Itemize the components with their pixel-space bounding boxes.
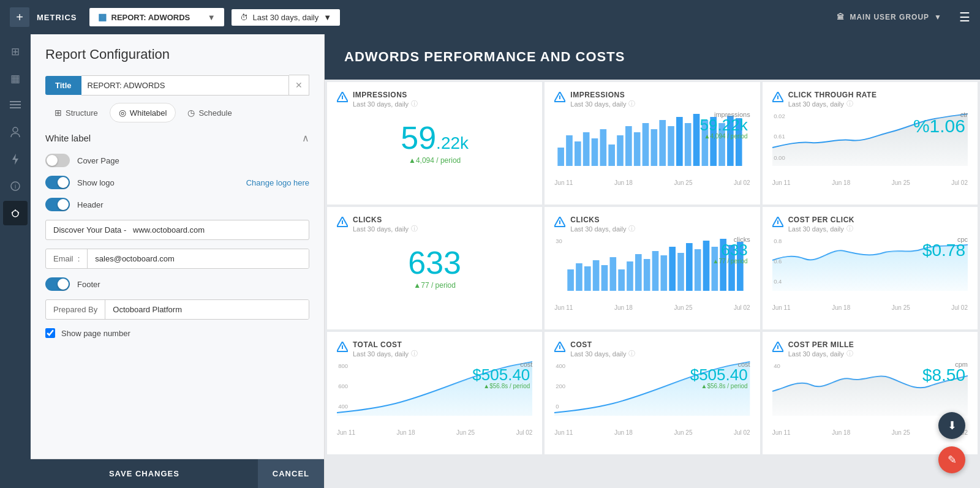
section-title: White label — [45, 133, 91, 143]
info-icon: ⓘ — [411, 224, 418, 233]
widget-impressions-bar: IMPRESSIONS Last 30 days, daily ⓘ impres… — [545, 82, 760, 205]
config-panel: Report Configuration Title ✕ ⊞ Structure… — [31, 34, 325, 488]
svg-text:400: 400 — [556, 363, 565, 369]
svg-text:600: 600 — [338, 383, 348, 389]
widget-ctr-line: CLICK THROUGH RATE Last 30 days, daily ⓘ… — [763, 82, 978, 205]
tab-schedule[interactable]: ◷ Schedule — [178, 103, 241, 122]
whitelabel-icon: ◎ — [119, 108, 126, 118]
report-title: ADWORDS PERFORMANCE AND COSTS — [344, 49, 625, 64]
info-icon: ⓘ — [628, 224, 635, 233]
add-button[interactable]: + — [10, 7, 29, 27]
svg-rect-59 — [669, 247, 676, 291]
svg-point-3 — [13, 127, 18, 132]
report-selector[interactable]: ▦ REPORT: ADWORDS ▼ — [89, 8, 224, 26]
chart-big-value: %1.06 — [913, 117, 965, 135]
header-toggle[interactable] — [45, 198, 70, 211]
adwords-icon — [772, 92, 783, 106]
chart-period: ▲77 / period — [713, 258, 748, 265]
prepared-by-input[interactable] — [105, 300, 309, 319]
chart-big-value: 633 — [713, 242, 748, 258]
title-clear-button[interactable]: ✕ — [289, 75, 309, 96]
tab-structure[interactable]: ⊞ Structure — [45, 103, 107, 122]
widget-title: IMPRESSIONS — [353, 91, 418, 99]
change-logo-link[interactable]: Change logo here — [246, 178, 309, 187]
widget-title: CLICK THROUGH RATE — [788, 91, 877, 99]
sidebar-item-dashboard[interactable]: ▦ — [3, 66, 28, 91]
caret-down-icon: ▼ — [934, 13, 942, 21]
user-group-selector[interactable]: 🏛 MAIN USER GROUP ▼ — [837, 13, 942, 21]
chart-value-overlay: %1.06 — [913, 117, 965, 135]
sidebar-item-user[interactable] — [3, 120, 28, 145]
show-page-number-checkbox[interactable] — [45, 328, 55, 338]
sidebar-item-home[interactable]: ⊞ — [3, 39, 28, 64]
svg-text:400: 400 — [338, 404, 348, 410]
chart-value-overlay: $505.40 ▲$56.8s / period — [472, 367, 530, 389]
title-input[interactable] — [81, 75, 290, 96]
schedule-icon: ◷ — [187, 108, 195, 118]
footer-row: Footer — [45, 277, 309, 291]
show-logo-label: Show logo — [77, 178, 115, 187]
chart-dates: Jun 11 Jun 18 Jun 25 Jul 02 — [554, 179, 750, 186]
sidebar-item-bug[interactable] — [3, 201, 28, 225]
email-input[interactable] — [88, 249, 309, 268]
chart-big-value: $505.40 — [690, 367, 748, 383]
show-page-number-row: Show page number — [45, 328, 309, 338]
section-header: White label ∧ — [45, 132, 309, 144]
svg-rect-58 — [661, 255, 668, 291]
chart-value-overlay: 59.22k ▲4,094 / period — [700, 117, 748, 140]
widget-clicks-bar: CLICKS Last 30 days, daily ⓘ clicks 633 … — [545, 207, 760, 329]
svg-rect-52 — [610, 257, 617, 291]
show-logo-toggle[interactable] — [45, 176, 70, 189]
chart-big-value: $0.78 — [922, 242, 965, 259]
sidebar-item-list[interactable] — [3, 93, 28, 118]
date-range-selector[interactable]: ⏱ Last 30 days, daily ▼ — [232, 9, 341, 26]
save-changes-button[interactable]: SAVE CHANGES — [31, 459, 258, 488]
hamburger-menu[interactable]: ☰ — [959, 10, 970, 24]
info-icon: ⓘ — [628, 99, 635, 108]
widget-subtitle: Last 30 days, daily ⓘ — [788, 224, 854, 233]
tab-whitelabel[interactable]: ◎ Whitelabel — [110, 103, 176, 122]
sidebar-item-lightning[interactable] — [3, 147, 28, 171]
svg-rect-56 — [644, 259, 650, 291]
svg-text:40: 40 — [774, 363, 780, 369]
svg-marker-4 — [12, 154, 18, 165]
footer-toggle[interactable] — [45, 277, 70, 291]
widget-cost: COST Last 30 days, daily ⓘ cost $505.40 … — [545, 332, 760, 454]
svg-rect-22 — [617, 135, 624, 166]
svg-rect-19 — [592, 138, 598, 166]
widget-title: TOTAL COST — [353, 340, 418, 349]
period-value: ▲77 / period — [337, 281, 532, 290]
svg-rect-50 — [593, 260, 600, 291]
collapse-icon[interactable]: ∧ — [302, 132, 309, 144]
widget-title: IMPRESSIONS — [570, 91, 635, 99]
fab-download-button[interactable]: ⬇ — [938, 412, 965, 439]
header-input[interactable] — [45, 220, 309, 240]
widget-impressions-number: IMPRESSIONS Last 30 days, daily ⓘ 59.22k… — [327, 82, 542, 205]
widget-title: COST PER CLICK — [788, 216, 854, 224]
caret-down-icon: ▼ — [208, 13, 216, 22]
svg-text:30: 30 — [556, 238, 562, 244]
cover-page-row: Cover Page — [45, 154, 309, 167]
fab-edit-button[interactable]: ✎ — [938, 446, 965, 473]
svg-text:0.4: 0.4 — [774, 279, 782, 285]
cover-page-label: Cover Page — [77, 156, 119, 165]
svg-rect-18 — [583, 132, 590, 166]
svg-text:0.8: 0.8 — [774, 238, 782, 244]
cover-page-toggle[interactable] — [45, 154, 70, 167]
svg-text:0: 0 — [556, 404, 559, 410]
svg-rect-25 — [643, 123, 649, 166]
svg-rect-27 — [660, 120, 666, 166]
svg-rect-30 — [685, 123, 692, 166]
svg-rect-49 — [584, 266, 591, 291]
sidebar-item-info[interactable]: i — [3, 174, 28, 198]
svg-rect-53 — [619, 269, 625, 291]
svg-line-9 — [12, 212, 13, 213]
period-value: ▲4,094 / period — [337, 156, 532, 165]
widget-subtitle: Last 30 days, daily ⓘ — [353, 224, 418, 233]
show-page-number-label: Show page number — [61, 329, 130, 338]
grid-icon: ▦ — [98, 12, 107, 23]
svg-rect-62 — [695, 249, 701, 291]
cancel-button[interactable]: CANCEL — [258, 459, 324, 488]
chart-area: ctr %1.06 0.02 — [772, 111, 968, 178]
chart-big-value: $505.40 — [472, 367, 530, 383]
